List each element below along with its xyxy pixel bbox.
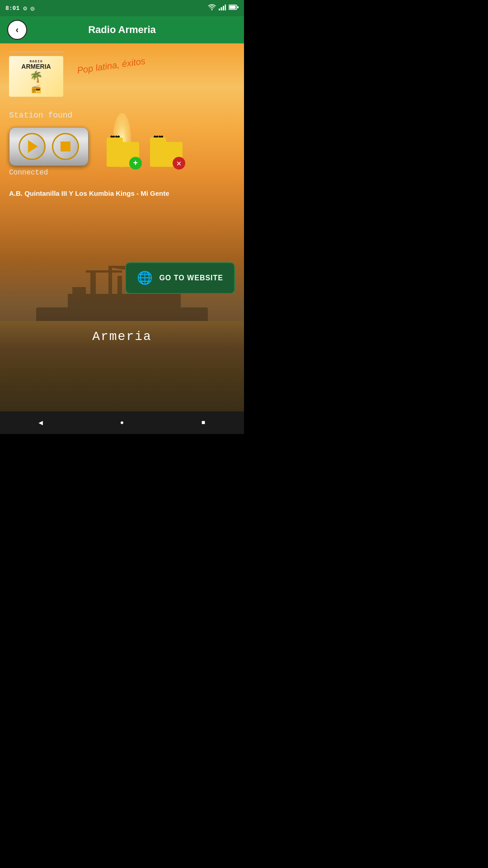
station-name-bottom: Armeria bbox=[0, 330, 244, 344]
website-button-label: GO TO WEBSITE bbox=[159, 274, 223, 282]
logo-armeria-text: ARMERIA bbox=[21, 63, 51, 70]
play-icon bbox=[28, 140, 38, 153]
mid-divider bbox=[9, 103, 63, 104]
folder-area: ❤️❤️ + ❤️❤️ ✕ bbox=[107, 137, 183, 167]
svg-rect-13 bbox=[221, 7, 222, 10]
signal-icon bbox=[219, 4, 226, 12]
back-icon: ‹ bbox=[14, 25, 20, 35]
svg-rect-17 bbox=[230, 6, 236, 9]
nav-recents-button[interactable]: ■ bbox=[194, 414, 212, 432]
nav-recents-icon: ■ bbox=[202, 419, 205, 426]
settings-icon: ⚙ bbox=[23, 5, 27, 12]
svg-rect-7 bbox=[86, 270, 122, 273]
svg-rect-12 bbox=[219, 9, 220, 10]
svg-rect-4 bbox=[117, 276, 122, 296]
station-tagline: Pop latina, éxitos bbox=[76, 56, 146, 75]
station-logo: RADIO ARMERIA 🌴 📻 bbox=[9, 56, 63, 97]
logo-inner: RADIO ARMERIA 🌴 📻 bbox=[21, 59, 51, 94]
svg-rect-2 bbox=[90, 271, 96, 296]
song-title: A.B. Quintanilla III Y Los Kumbia Kings … bbox=[9, 189, 235, 197]
remove-favorite-folder[interactable]: ❤️❤️ ✕ bbox=[150, 137, 183, 167]
add-favorite-folder[interactable]: ❤️❤️ + bbox=[107, 137, 139, 167]
battery-icon bbox=[229, 5, 239, 12]
nav-back-button[interactable]: ◀ bbox=[32, 414, 50, 432]
logo-radio-device-icon: 📻 bbox=[21, 84, 51, 94]
connected-status: Connected bbox=[9, 169, 89, 177]
at-icon: ◎ bbox=[31, 5, 34, 12]
stop-button[interactable] bbox=[52, 133, 79, 160]
top-bar: ‹ Radio Armeria bbox=[0, 16, 244, 43]
status-right bbox=[208, 4, 239, 12]
song-info: A.B. Quintanilla III Y Los Kumbia Kings … bbox=[0, 189, 244, 197]
add-badge: + bbox=[129, 157, 142, 170]
station-row: RADIO ARMERIA 🌴 📻 Pop latina, éxitos bbox=[9, 56, 235, 97]
page-title: Radio Armeria bbox=[27, 24, 217, 36]
bottom-navigation: ◀ ● ■ bbox=[0, 411, 244, 434]
go-to-website-button[interactable]: 🌐 GO TO WEBSITE bbox=[125, 262, 235, 294]
wifi-icon bbox=[208, 4, 216, 12]
stop-icon bbox=[61, 142, 70, 151]
nav-home-icon: ● bbox=[120, 419, 124, 426]
player-controls bbox=[9, 127, 89, 166]
back-button[interactable]: ‹ bbox=[7, 20, 27, 40]
svg-rect-18 bbox=[237, 6, 239, 8]
globe-icon: 🌐 bbox=[137, 270, 153, 286]
top-divider bbox=[9, 52, 63, 52]
main-content: RADIO ARMERIA 🌴 📻 Pop latina, éxitos Sta… bbox=[0, 43, 244, 182]
station-found-text: Station found bbox=[9, 111, 235, 120]
remove-badge: ✕ bbox=[173, 157, 185, 170]
svg-rect-1 bbox=[68, 294, 181, 310]
logo-palm-icon: 🌴 bbox=[21, 71, 51, 84]
svg-rect-15 bbox=[225, 5, 226, 10]
nav-home-button[interactable]: ● bbox=[113, 414, 131, 432]
svg-rect-10 bbox=[72, 287, 86, 296]
time-display: 8:01 bbox=[5, 5, 19, 12]
status-left: 8:01 ⚙ ◎ bbox=[5, 5, 34, 12]
status-bar: 8:01 ⚙ ◎ bbox=[0, 0, 244, 16]
nav-back-icon: ◀ bbox=[38, 418, 43, 427]
play-button[interactable] bbox=[19, 133, 46, 160]
player-area: Connected ❤️❤️ + ❤️❤️ ✕ bbox=[9, 127, 235, 177]
svg-rect-14 bbox=[223, 6, 224, 10]
